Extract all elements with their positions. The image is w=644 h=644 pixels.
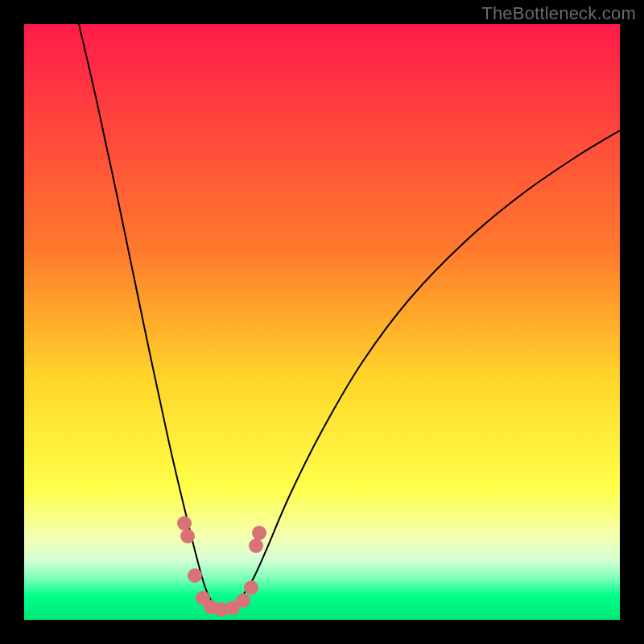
bottleneck-curve	[79, 24, 620, 609]
marker-dot	[252, 526, 266, 540]
marker-dot	[249, 539, 263, 553]
marker-dot	[180, 529, 195, 543]
marker-dot	[244, 580, 258, 595]
watermark-text: TheBottleneck.com	[481, 3, 636, 24]
curve-svg	[24, 24, 620, 620]
marker-dot	[177, 516, 192, 530]
plot-area	[24, 24, 620, 620]
marker-dot	[188, 568, 202, 583]
marker-dot	[236, 593, 250, 608]
frame: TheBottleneck.com	[0, 0, 644, 644]
